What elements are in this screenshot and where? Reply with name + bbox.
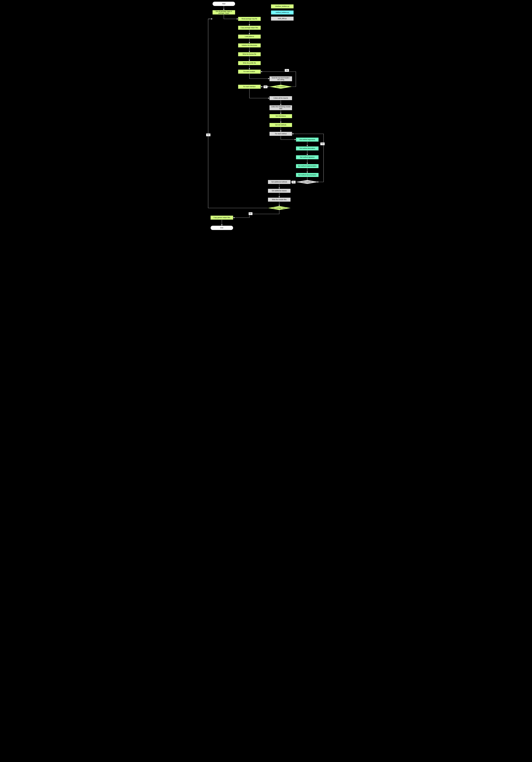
- step-copy-generic-helpers: Copy generic helper files: [210, 215, 233, 220]
- start-terminal: Start: [212, 2, 235, 6]
- yes-label-2: Yes: [321, 143, 324, 145]
- label-no-methods: No: [292, 181, 296, 184]
- get-additional-methods-label: Get additional methods: [272, 181, 287, 183]
- step-copy-pkg-helpers: Copy package helper files: [238, 26, 261, 30]
- label-yes-methods: Yes: [320, 142, 325, 145]
- decision-more-methods: More methods?: [296, 180, 319, 184]
- legend-method-label: method_builders.py: [276, 12, 289, 13]
- step-for-each-method: For each method: [269, 132, 292, 136]
- yes-label-1: Yes: [286, 69, 288, 71]
- write-module-files-label: Write the module files: [272, 199, 287, 200]
- arrow-layer: [205, 0, 327, 233]
- step-get-init: Get init methods: [269, 123, 292, 127]
- end-terminal: End: [210, 226, 233, 230]
- step-get-additional-methods: Get additional methods: [268, 180, 291, 184]
- label-yes-modules: Yes: [285, 69, 289, 72]
- yes-label-3: Yes: [207, 134, 210, 136]
- step-read-pkg-map: Read package map file: [238, 17, 261, 21]
- no-label-2: No: [293, 181, 295, 183]
- step-grab-header: Grab the top-level header / doc-string: [269, 76, 292, 81]
- legend-interface-builders: interface_builders.py: [271, 4, 294, 9]
- get-init-label: Get init methods: [275, 124, 287, 126]
- label-no-pkgmaps: No: [248, 212, 253, 215]
- step-get-pkg-maps: Get all package maps in package_maps/: [212, 10, 235, 15]
- step-write-profile: Write the profile file: [238, 61, 261, 65]
- get-pkg-maps-label: Get all package maps in package_maps/: [213, 11, 234, 14]
- step-write-module-files: Write the module files: [268, 197, 291, 202]
- get-decorators-label: Get method decorators: [299, 148, 315, 149]
- step-collect-imports: Collect all the imports: [269, 96, 292, 100]
- step-get-additional-classes: Get additional classes: [268, 189, 291, 193]
- decision-more-methods-label: More methods?: [302, 181, 312, 183]
- no-label-3: No: [249, 213, 251, 215]
- step-get-signature: Get method signature: [296, 155, 319, 159]
- step-load-patterns: Load patterns: [238, 35, 261, 39]
- label-yes-pkgmaps: Yes: [206, 133, 211, 136]
- step-init-dirs: Initialize the directories: [238, 43, 261, 47]
- step-get-inheritance: Get inheritance: [269, 114, 292, 118]
- step-write-license: Write the license file: [238, 52, 261, 56]
- collect-imports-label: Collect all the imports: [273, 97, 288, 99]
- legend-build-label: build_dlkit.py: [278, 18, 287, 20]
- end-label: End: [221, 227, 223, 229]
- load-patterns-label: Load patterns: [245, 36, 254, 38]
- legend-interface-label: interface_builders.py: [275, 6, 289, 7]
- init-dirs-label: Initialize the directories: [242, 44, 257, 46]
- copy-pkg-helpers-label: Copy package helper files: [240, 27, 258, 29]
- label-no-modules: No: [263, 85, 268, 88]
- decision-more-pkg-maps: More package maps?: [268, 206, 291, 210]
- copy-generic-helpers-label: Copy generic helper files: [214, 217, 230, 218]
- get-signature-label: Get method signature: [300, 156, 314, 158]
- write-profile-label: Write the profile file: [243, 62, 256, 64]
- for-each-module-label: For each module:: [243, 71, 255, 73]
- get-implementation-label: Get method implementation: [298, 165, 317, 167]
- collect-remaining-label: Collect the remaining module data: [270, 106, 292, 110]
- no-label-1: No: [264, 86, 266, 88]
- step-for-each-interface: For each interface: [238, 85, 261, 89]
- step-get-implementation: Get method implementation: [296, 164, 319, 168]
- decision-more-pkg-maps-label: More package maps?: [273, 207, 286, 209]
- get-additional-classes-label: Get additional classes: [272, 190, 287, 192]
- step-get-documentation: Get method documentation: [296, 173, 319, 177]
- get-documentation-label: Get method documentation: [298, 174, 316, 176]
- step-collect-remaining: Collect the remaining module data: [269, 105, 292, 110]
- step-get-decorators: Get method decorators: [296, 146, 319, 151]
- start-label: Start: [222, 3, 225, 5]
- legend-build-dlkit: build_dlkit.py: [271, 17, 294, 21]
- for-each-method-label: For each method: [275, 133, 287, 135]
- read-pkg-map-label: Read package map file: [242, 18, 257, 20]
- write-license-label: Write the license file: [242, 53, 256, 55]
- legend-method-builders: method_builders.py: [271, 10, 294, 15]
- decision-more-modules-label: More modules?: [276, 86, 286, 88]
- for-each-interface-label: For each interface: [243, 86, 256, 88]
- get-inheritance-label: Get inheritance: [276, 115, 286, 117]
- grab-header-label: Grab the top-level header / doc-string: [270, 77, 292, 81]
- step-get-args: Get method arguments: [296, 137, 319, 142]
- decision-more-modules: More modules?: [269, 85, 292, 89]
- step-for-each-module: For each module:: [238, 69, 261, 74]
- get-args-label: Get method arguments: [299, 139, 315, 140]
- flowchart-canvas: interface_builders.py method_builders.py…: [205, 0, 327, 233]
